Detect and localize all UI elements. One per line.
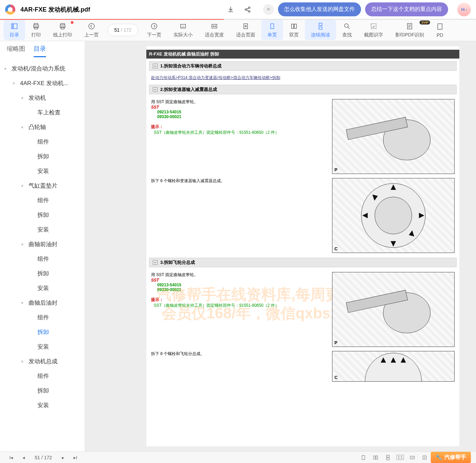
last-page-button[interactable]: ▸I	[69, 453, 82, 462]
chevron-down-icon: ▼	[20, 96, 27, 100]
toolbar-single[interactable]: 单页	[261, 20, 283, 40]
ai-avatar[interactable]: Hi ›	[457, 3, 471, 16]
toolbar-fit-w[interactable]: 适合宽度	[199, 20, 230, 40]
view-single-button[interactable]	[357, 453, 370, 462]
toc-item[interactable]: 安装	[0, 164, 85, 178]
toc-item[interactable]: 组件	[0, 252, 85, 266]
toolbar-prev[interactable]: 上一页	[78, 20, 105, 40]
suggestion-pill-collect[interactable]: 怎么收集他人发送的网盘文件	[278, 2, 361, 16]
doc-link-1[interactable]: 处动力传动系>P314 混合动力变速器/传动桥>混合动力车辆传动桥>拆卸	[146, 74, 459, 82]
collapse-icon[interactable]: −	[153, 64, 158, 68]
fit-w-icon	[211, 22, 218, 31]
download-button[interactable]	[224, 3, 237, 16]
toc-item[interactable]: 拆卸	[0, 149, 85, 164]
svg-rect-20	[319, 23, 322, 26]
close-suggestions-button[interactable]: ×	[263, 4, 274, 15]
svg-rect-3	[12, 24, 13, 29]
toc-item[interactable]: 组件	[0, 134, 85, 149]
tab-thumbnails[interactable]: 缩略图	[7, 45, 25, 57]
app-header: 4AR-FXE 发动机机械.pdf × 怎么收集他人发送的网盘文件 总结一下这个…	[0, 0, 476, 19]
svg-rect-10	[61, 27, 64, 29]
toolbar-next[interactable]: 下一页	[141, 20, 167, 40]
toc-item[interactable]: 拆卸	[0, 325, 85, 339]
doc-diagram-c1	[332, 178, 455, 253]
svg-rect-18	[292, 24, 294, 29]
toc-item[interactable]: ▼发动机	[0, 91, 85, 105]
chevron-down-icon: ▼	[20, 360, 27, 364]
pdf-viewport[interactable]: R-FXE 发动机机械 曲轴后油封 拆卸 −1.拆卸混合动力车辆传动桥总成 处动…	[85, 41, 476, 451]
svg-rect-45	[387, 455, 389, 457]
print-icon	[32, 22, 40, 31]
toc-item[interactable]: ▼曲轴前油封	[0, 237, 85, 252]
catalog-icon	[11, 22, 18, 31]
svip-badge: SVIP	[420, 20, 430, 25]
continuous-icon	[317, 22, 324, 31]
doc-step-text: 拆下 8 个螺栓和飞轮分总成。	[151, 351, 325, 382]
toc-item[interactable]: 拆卸	[0, 208, 85, 222]
toc-item[interactable]: 组件	[0, 193, 85, 208]
share-icon	[244, 6, 251, 13]
toc-item[interactable]: 拆卸	[0, 266, 85, 281]
ocr-img-icon	[370, 22, 377, 31]
toc-item[interactable]: 安装	[0, 281, 85, 296]
toc-item[interactable]: ▼发动机/混合动力系统	[0, 61, 85, 76]
sidebar: 缩略图 目录 ▼发动机/混合动力系统▼4AR-FXE 发动机...▼发动机车上检…	[0, 41, 85, 451]
pdftool-icon	[436, 22, 444, 31]
prev-page-button[interactable]: ◂	[17, 453, 30, 462]
toc-item[interactable]: ▼曲轴后油封	[0, 296, 85, 310]
svg-rect-17	[270, 24, 274, 29]
toolbar-continuous[interactable]: 连续阅读	[305, 20, 336, 40]
toolbar-pdftool[interactable]: PD	[430, 20, 450, 40]
toolbar-ocr-pdf[interactable]: 影印PDF识别SVIP	[389, 20, 430, 40]
toolbar: 目录打印线上打印上一页51 / 172下一页1:1实际大小适合宽度适合页面单页双…	[0, 19, 476, 41]
toc-item[interactable]: ▼发动机总成	[0, 354, 85, 369]
toc-item[interactable]: 拆卸	[0, 383, 85, 398]
toolbar-double[interactable]: 双页	[283, 20, 305, 40]
first-page-button[interactable]: I◂	[5, 453, 17, 462]
doc-section-3: −3.拆卸飞轮分总成	[149, 258, 457, 267]
next-page-button[interactable]: ▸	[57, 453, 69, 462]
doc-diagram-p1	[332, 99, 455, 174]
collapse-icon[interactable]: −	[153, 87, 158, 92]
svg-point-12	[151, 23, 157, 29]
doc-diagram-p2	[332, 272, 455, 347]
view-continuous-button[interactable]	[382, 453, 394, 462]
brand-badge[interactable]: 🔧 汽修帮手	[431, 452, 471, 463]
toolbar-page-input[interactable]: 51 / 172	[108, 24, 138, 36]
svg-point-22	[345, 24, 348, 28]
doc-step-text: 拆下 6 个螺栓和变速器输入减震器总成。	[151, 178, 325, 253]
chevron-down-icon: ▼	[3, 67, 10, 71]
toc-item[interactable]: 安装	[0, 398, 85, 413]
zoom-actual-button[interactable]: 1:1	[394, 453, 406, 462]
toolbar-catalog[interactable]: 目录	[3, 20, 25, 40]
toolbar-actual[interactable]: 1:1实际大小	[167, 20, 199, 40]
double-icon	[290, 22, 298, 31]
toc-item[interactable]: 车上检查	[0, 105, 85, 120]
doc-page-header: R-FXE 发动机机械 曲轴后油封 拆卸	[146, 50, 459, 59]
toc-item[interactable]: 安装	[0, 222, 85, 237]
chevron-down-icon: ▼	[20, 242, 27, 246]
ocr-pdf-icon	[406, 22, 413, 31]
toc-item[interactable]: 组件	[0, 310, 85, 325]
toolbar-online-print[interactable]: 线上打印	[47, 20, 78, 40]
zoom-fitw-button[interactable]	[406, 453, 418, 462]
toolbar-ocr-img[interactable]: 截图识字	[358, 20, 389, 40]
toc-item[interactable]: ▼凸轮轴	[0, 120, 85, 134]
toolbar-find[interactable]: 查找	[336, 20, 358, 40]
share-button[interactable]	[241, 3, 255, 16]
toc-tree[interactable]: ▼发动机/混合动力系统▼4AR-FXE 发动机...▼发动机车上检查▼凸轮轴组件…	[0, 57, 85, 451]
toolbar-fit-p[interactable]: 适合页面	[230, 20, 261, 40]
app-logo	[5, 4, 15, 15]
toolbar-print[interactable]: 打印	[25, 20, 47, 40]
view-double-button[interactable]	[370, 453, 382, 462]
toc-item[interactable]: 安装	[0, 339, 85, 354]
toc-item[interactable]: ▼气缸盖垫片	[0, 178, 85, 193]
zoom-fitp-button[interactable]	[418, 453, 431, 462]
collapse-icon[interactable]: −	[153, 260, 158, 265]
suggestion-pill-summary[interactable]: 总结一下这个文档的重点内容	[365, 2, 448, 16]
doc-diagram-c2	[332, 351, 455, 382]
toc-item[interactable]: 组件	[0, 369, 85, 383]
tab-toc[interactable]: 目录	[34, 45, 46, 57]
prev-icon	[88, 22, 95, 31]
toc-item[interactable]: ▼4AR-FXE 发动机...	[0, 76, 85, 91]
